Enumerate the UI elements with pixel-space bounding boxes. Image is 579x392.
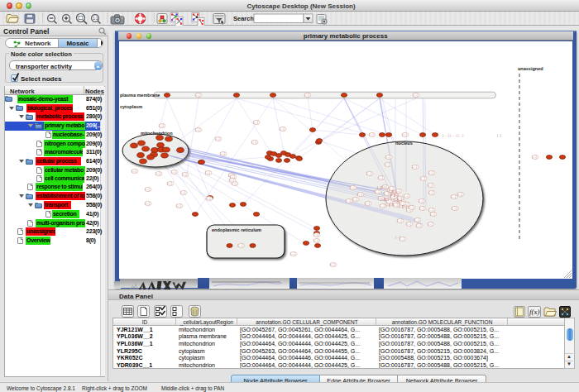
svg-text:[....]: [....]: [365, 202, 370, 205]
svg-text:[....]: [....]: [176, 204, 181, 208]
svg-text:[....]: [....]: [409, 206, 414, 209]
svg-text:[....]: [....]: [457, 193, 462, 196]
svg-text:unassigned: unassigned: [518, 66, 543, 71]
svg-text:[....]: [....]: [380, 204, 385, 208]
svg-text:[....]: [....]: [428, 171, 433, 174]
svg-text:[....]: [....]: [232, 182, 237, 185]
svg-text:[....]: [....]: [395, 236, 400, 239]
svg-text:[....]: [....]: [416, 224, 421, 227]
svg-text:[....]: [....]: [357, 193, 362, 196]
svg-text:[....]: [....]: [205, 171, 210, 174]
svg-text:[....]: [....]: [406, 222, 411, 226]
svg-text:[....]: [....]: [428, 208, 433, 212]
svg-text:[....]: [....]: [412, 165, 417, 169]
svg-text:[....]: [....]: [220, 152, 225, 155]
svg-text:[......] [.......] [.....]: [......] [.......] [.....]: [443, 134, 463, 137]
svg-text:[....]: [....]: [313, 239, 318, 242]
svg-text:[....]: [....]: [352, 198, 357, 201]
svg-text:nucleus: nucleus: [395, 141, 413, 146]
svg-text:[...][...]: [...][...]: [377, 186, 385, 189]
svg-text:[....]: [....]: [253, 121, 258, 124]
svg-text:[....]: [....]: [180, 191, 185, 194]
svg-text:[....]: [....]: [280, 127, 285, 131]
svg-text:[....]: [....]: [430, 213, 435, 216]
svg-text:[....]: [....]: [385, 155, 390, 159]
svg-text:[....]: [....]: [145, 202, 150, 205]
svg-text:[....]: [....]: [132, 170, 136, 173]
svg-text:[....]: [....]: [451, 195, 456, 198]
svg-text:[....]: [....]: [346, 199, 351, 203]
svg-text:[....]: [....]: [428, 184, 433, 187]
svg-text:[....]: [....]: [229, 179, 234, 182]
svg-text:[....]: [....]: [400, 237, 404, 241]
svg-text:[....]: [....]: [385, 163, 390, 166]
svg-text:[....]: [....]: [452, 207, 457, 210]
svg-text:[....]: [....]: [195, 93, 200, 97]
svg-text:[...][...]: [...][...]: [390, 194, 399, 197]
svg-text:Search:: Search:: [233, 15, 256, 22]
svg-text:1:1: 1:1: [93, 17, 98, 21]
svg-text:[....]: [....]: [290, 252, 295, 256]
svg-text:[....]: [....]: [366, 172, 371, 175]
svg-text:[....]: [....]: [145, 188, 150, 191]
svg-text:[....]: [....]: [420, 177, 425, 180]
svg-text:[....]: [....]: [393, 203, 398, 207]
svg-text:[....]: [....]: [182, 173, 187, 176]
svg-text:[....]: [....]: [171, 170, 176, 174]
svg-text:[....]: [....]: [304, 93, 309, 97]
svg-text:[....]: [....]: [404, 194, 409, 198]
svg-text:[....]: [....]: [402, 133, 407, 136]
svg-text:[....]: [....]: [215, 137, 220, 141]
svg-text:[....]: [....]: [369, 133, 374, 136]
svg-text:[....]: [....]: [313, 233, 318, 237]
svg-text:[...][...]: [...][...]: [380, 198, 389, 201]
svg-text:[....]: [....]: [195, 128, 200, 131]
svg-text:[....]: [....]: [428, 191, 433, 194]
svg-text:[....]: [....]: [532, 155, 537, 159]
svg-text:[....]: [....]: [413, 93, 418, 97]
svg-text:[....]: [....]: [384, 192, 389, 195]
svg-text:plasma membrane: plasma membrane: [120, 93, 160, 98]
svg-text:[....]: [....]: [397, 219, 402, 222]
svg-text:[...][...]: [...][...]: [399, 205, 407, 208]
svg-text:[....]: [....]: [167, 182, 172, 185]
svg-text:[....]: [....]: [428, 222, 433, 226]
svg-text:cytoplasm: cytoplasm: [120, 104, 142, 109]
svg-text:[....]: [....]: [350, 186, 355, 189]
svg-text:[...]: [...]: [497, 134, 501, 137]
svg-text:f(x): f(x): [529, 308, 540, 316]
svg-text:[....]: [....]: [375, 190, 380, 194]
svg-text:[....]: [....]: [330, 263, 335, 266]
svg-text:[....]: [....]: [206, 197, 211, 200]
svg-text:endoplasmic reticulum: endoplasmic reticulum: [212, 227, 261, 232]
svg-text:[....]: [....]: [159, 124, 164, 127]
svg-text:[...][...]: [...][...]: [385, 203, 394, 207]
svg-text:mitochondrion: mitochondrion: [141, 131, 173, 136]
svg-text:[....]: [....]: [378, 176, 383, 179]
svg-text:[....]: [....]: [238, 244, 243, 247]
svg-text:[....]: [....]: [156, 172, 160, 175]
svg-text:[....]: [....]: [419, 199, 423, 203]
svg-text:[...][...]: [...][...]: [394, 198, 402, 202]
svg-text:[....]: [....]: [251, 141, 256, 144]
svg-text:[....]: [....]: [414, 218, 419, 222]
svg-text:[....]: [....]: [419, 207, 424, 210]
